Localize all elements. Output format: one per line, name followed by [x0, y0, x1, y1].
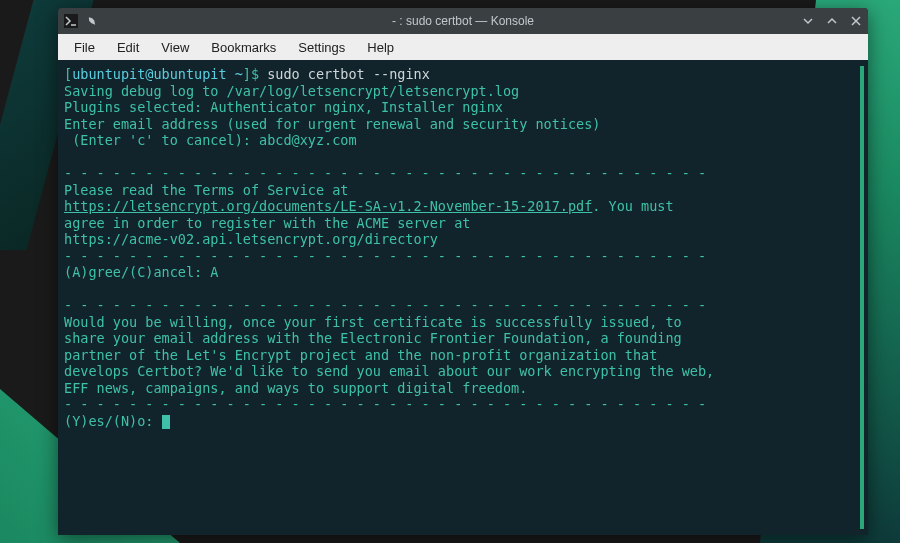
terminal-dashes: - - - - - - - - - - - - - - - - - - - - …	[64, 396, 706, 412]
tos-link[interactable]: https://letsencrypt.org/documents/LE-SA-…	[64, 198, 592, 214]
menu-edit[interactable]: Edit	[107, 37, 149, 58]
menu-help[interactable]: Help	[357, 37, 404, 58]
terminal-line: . You must	[592, 198, 673, 214]
cursor	[162, 415, 170, 429]
terminal-line: (Y)es/(N)o:	[64, 413, 162, 429]
terminal-line: partner of the Let's Encrypt project and…	[64, 347, 657, 363]
terminal-line: develops Certbot? We'd like to send you …	[64, 363, 714, 379]
menu-file[interactable]: File	[64, 37, 105, 58]
terminal-line: EFF news, campaigns, and ways to support…	[64, 380, 527, 396]
menu-bookmarks[interactable]: Bookmarks	[201, 37, 286, 58]
prompt-bracket: [	[64, 66, 72, 82]
menu-view[interactable]: View	[151, 37, 199, 58]
menu-settings[interactable]: Settings	[288, 37, 355, 58]
app-icon	[64, 14, 78, 28]
konsole-window: - : sudo certbot — Konsole File Edit Vie…	[58, 8, 868, 535]
terminal-line: share your email address with the Electr…	[64, 330, 682, 346]
terminal-line: Enter email address (used for urgent ren…	[64, 116, 600, 132]
terminal-line: (Enter 'c' to cancel): abcd@xyz.com	[64, 132, 357, 148]
titlebar: - : sudo certbot — Konsole	[58, 8, 868, 34]
pin-icon[interactable]	[86, 15, 98, 27]
prompt-command: sudo certbot --nginx	[267, 66, 430, 82]
prompt-bracket: ]$	[243, 66, 267, 82]
close-icon[interactable]	[850, 15, 862, 27]
terminal-line: agree in order to register with the ACME…	[64, 215, 470, 231]
terminal-line: Please read the Terms of Service at	[64, 182, 348, 198]
terminal-dashes: - - - - - - - - - - - - - - - - - - - - …	[64, 165, 706, 181]
minimize-icon[interactable]	[802, 15, 814, 27]
terminal-dashes: - - - - - - - - - - - - - - - - - - - - …	[64, 248, 706, 264]
menubar: File Edit View Bookmarks Settings Help	[58, 34, 868, 60]
maximize-icon[interactable]	[826, 15, 838, 27]
terminal-line: Plugins selected: Authenticator nginx, I…	[64, 99, 503, 115]
terminal-dashes: - - - - - - - - - - - - - - - - - - - - …	[64, 297, 706, 313]
window-title: - : sudo certbot — Konsole	[392, 14, 534, 28]
terminal-line: (A)gree/(C)ancel: A	[64, 264, 218, 280]
terminal-line: https://acme-v02.api.letsencrypt.org/dir…	[64, 231, 438, 247]
terminal-line: Would you be willing, once your first ce…	[64, 314, 682, 330]
prompt-user: ubuntupit@ubuntupit ~	[72, 66, 243, 82]
terminal-line: Saving debug log to /var/log/letsencrypt…	[64, 83, 519, 99]
terminal-area[interactable]: [ubuntupit@ubuntupit ~]$ sudo certbot --…	[58, 60, 868, 535]
